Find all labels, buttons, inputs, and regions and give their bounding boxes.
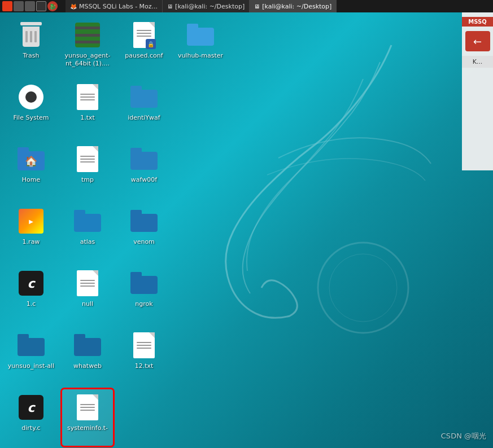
trash-body <box>23 27 40 47</box>
yunsuo-install-folder-shape <box>18 334 45 357</box>
taskbar: 🐉 🦊 MSSQL SQLi Labs - Moz... 🖥 [kali@kal… <box>0 0 493 12</box>
trash-lid <box>20 22 42 25</box>
paused-conf-label: paused.conf <box>125 52 163 60</box>
taskbar-kali-icon[interactable]: 🐉 <box>47 1 58 11</box>
side-panel-back-btn[interactable]: ← <box>465 31 490 51</box>
desktop-icon-filesystem[interactable]: File System <box>6 79 56 135</box>
taskbar-icon-2[interactable] <box>14 1 24 11</box>
sysinfo-line-2 <box>80 407 95 408</box>
1c-label: 1.c <box>27 300 36 308</box>
empty-r5c4 <box>175 265 232 327</box>
yunsuo-install-icon-img <box>18 332 45 359</box>
desktop-icon-identiywaf[interactable]: identiYwaf <box>119 79 169 135</box>
vulhub-icon-img <box>187 21 214 49</box>
desktop-icon-paused-conf[interactable]: 🔒 paused.conf <box>119 17 169 73</box>
systeminfo-icon-img <box>74 394 101 421</box>
taskbar-system-icons: 🐉 <box>0 1 60 11</box>
desktop-icon-12txt[interactable]: 12.txt <box>119 327 169 384</box>
taskbar-icon-3[interactable] <box>25 1 35 11</box>
desktop-icon-yunsuo-install[interactable]: yunsuo_inst-all <box>6 327 56 384</box>
tab-terminal2[interactable]: 🖥 [kali@kali: ~/Desktop] <box>250 0 337 12</box>
12txt-line-3 <box>137 348 151 349</box>
tmp-line-3 <box>80 161 95 162</box>
conf-line-1 <box>137 30 151 31</box>
atlas-folder-body <box>74 214 101 232</box>
desktop-icon-systeminfo[interactable]: systeminfo.t- <box>62 389 113 446</box>
atlas-folder-tab <box>74 210 85 215</box>
tab-firefox[interactable]: 🦊 MSSQL SQLi Labs - Moz... <box>66 0 163 12</box>
identiywaf-label: identiYwaf <box>128 114 160 122</box>
terminal2-icon: 🖥 <box>254 3 260 10</box>
sysinfo-line-3 <box>80 410 95 411</box>
identiywaf-folder-body <box>130 90 158 108</box>
wafw00f-folder-tab <box>130 148 142 153</box>
12txt-line-2 <box>137 345 151 346</box>
filesystem-inner <box>25 91 37 103</box>
systeminfo-label: systeminfo.t- <box>67 424 108 432</box>
null-line-3 <box>80 286 95 287</box>
conf-line-2 <box>137 33 151 34</box>
home-folder-body: 🏠 <box>18 151 45 170</box>
tab-terminal1[interactable]: 🖥 [kali@kali: ~/Desktop] <box>163 0 250 12</box>
desktop-icon-trash[interactable]: Trash <box>6 17 56 73</box>
12txt-icon-img <box>130 332 158 359</box>
ngrok-icon-img <box>130 270 158 297</box>
dirtyc-icon-img: c <box>18 394 45 421</box>
desktop-icon-vulhub[interactable]: vulhub-master <box>175 17 226 73</box>
desktop-icon-dirtyc[interactable]: c dirty.c <box>6 389 56 446</box>
identiywaf-folder-tab <box>130 86 142 91</box>
sysinfo-line-1 <box>80 404 95 405</box>
tab-firefox-label: MSSQL SQLi Labs - Moz... <box>79 3 158 10</box>
desktop-icon-atlas[interactable]: atlas <box>62 203 113 260</box>
desktop-icon-tmp[interactable]: tmp <box>62 141 113 197</box>
trash-icon-img <box>18 21 45 49</box>
desktop-icon-1raw[interactable]: ▶ 1.raw <box>6 203 56 260</box>
watermark: CSDN @咽光 <box>441 431 486 441</box>
whatweb-label: whatweb <box>73 362 102 370</box>
wafw00f-folder-shape <box>130 148 158 170</box>
home-label: Home <box>22 176 40 184</box>
tab-terminal2-label: [kali@kali: ~/Desktop] <box>262 3 331 10</box>
desktop-icon-whatweb[interactable]: whatweb <box>62 327 113 384</box>
1txt-file-shape <box>77 84 98 110</box>
yunsuo-install-label: yunsuo_inst-all <box>8 362 54 370</box>
desktop-icon-yunsuo[interactable]: yunsuo_agent-nt_64bit (1).... <box>62 17 113 73</box>
whatweb-folder-body <box>74 338 101 356</box>
desktop-icon-venom[interactable]: venom <box>119 203 169 260</box>
12txt-file-shape <box>133 332 155 358</box>
atlas-folder-shape <box>74 210 101 232</box>
ngrok-folder-body <box>130 276 158 294</box>
conf-line-3 <box>137 36 151 37</box>
home-folder-tab <box>18 147 29 152</box>
terminal1-icon: 🖥 <box>167 3 173 10</box>
trash-label: Trash <box>23 52 39 60</box>
archive-stripe-1 <box>75 27 100 29</box>
null-label: null <box>82 300 93 308</box>
trash-lines <box>25 31 37 42</box>
12txt-label: 12.txt <box>135 362 154 370</box>
1raw-label: 1.raw <box>23 238 40 246</box>
archive-icon-shape <box>75 23 100 47</box>
empty-r4c4 <box>175 203 232 265</box>
watermark-text: CSDN @咽光 <box>441 432 486 440</box>
desktop-icon-null[interactable]: null <box>62 265 113 322</box>
desktop-icon-home[interactable]: 🏠 Home <box>6 141 56 197</box>
side-panel-k-item[interactable]: K... <box>462 56 493 68</box>
desktop-icon-wafw00f[interactable]: wafw00f <box>119 141 169 197</box>
desktop-icon-1c[interactable]: c 1.c <box>6 265 56 322</box>
wafw00f-folder-body <box>130 152 158 170</box>
filesystem-icon-shape <box>19 85 43 109</box>
taskbar-icon-4[interactable] <box>36 1 46 11</box>
side-panel-title: MSSQ <box>462 17 493 27</box>
desktop-icon-ngrok[interactable]: ngrok <box>119 265 169 322</box>
venom-folder-body <box>130 214 158 232</box>
trash-line-3 <box>34 31 37 42</box>
taskbar-icon-1[interactable] <box>2 1 12 11</box>
desktop: 🐉 🦊 MSSQL SQLi Labs - Moz... 🖥 [kali@kal… <box>0 0 493 448</box>
whatweb-icon-img <box>74 332 101 359</box>
desktop-icon-1txt[interactable]: 1.txt <box>62 79 113 135</box>
trash-icon-shape <box>20 22 42 48</box>
venom-folder-tab <box>130 210 142 215</box>
firefox-icon: 🦊 <box>70 3 77 10</box>
home-symbol: 🏠 <box>25 155 37 167</box>
